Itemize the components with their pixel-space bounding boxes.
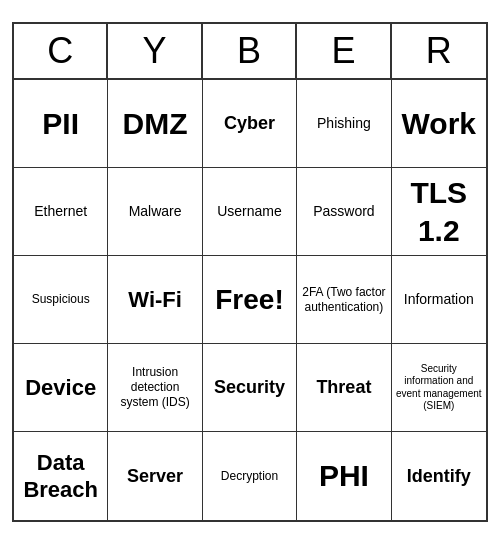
bingo-cell[interactable]: Security information and event managemen… (392, 344, 486, 432)
bingo-cell[interactable]: Ethernet (14, 168, 108, 256)
bingo-cell[interactable]: DMZ (108, 80, 202, 168)
bingo-cell[interactable]: Password (297, 168, 391, 256)
bingo-card: CYBER PIIDMZCyberPhishingWorkEthernetMal… (12, 22, 488, 522)
bingo-cell[interactable]: Suspicious (14, 256, 108, 344)
bingo-cell[interactable]: Phishing (297, 80, 391, 168)
header-letter: C (14, 24, 108, 78)
bingo-cell[interactable]: Free! (203, 256, 297, 344)
bingo-cell[interactable]: Data Breach (14, 432, 108, 520)
bingo-cell[interactable]: Cyber (203, 80, 297, 168)
header-letter: Y (108, 24, 202, 78)
header-letter: R (392, 24, 486, 78)
bingo-cell[interactable]: Wi-Fi (108, 256, 202, 344)
bingo-cell[interactable]: Decryption (203, 432, 297, 520)
bingo-cell[interactable]: TLS1.2 (392, 168, 486, 256)
bingo-cell[interactable]: Malware (108, 168, 202, 256)
bingo-cell[interactable]: 2FA (Two factor authentication) (297, 256, 391, 344)
bingo-cell[interactable]: Information (392, 256, 486, 344)
bingo-header: CYBER (14, 24, 486, 80)
bingo-cell[interactable]: Intrusion detection system (IDS) (108, 344, 202, 432)
bingo-cell[interactable]: PHI (297, 432, 391, 520)
bingo-cell[interactable]: Server (108, 432, 202, 520)
bingo-grid: PIIDMZCyberPhishingWorkEthernetMalwareUs… (14, 80, 486, 520)
header-letter: E (297, 24, 391, 78)
header-letter: B (203, 24, 297, 78)
bingo-cell[interactable]: Security (203, 344, 297, 432)
bingo-cell[interactable]: Device (14, 344, 108, 432)
bingo-cell[interactable]: Work (392, 80, 486, 168)
bingo-cell[interactable]: Username (203, 168, 297, 256)
bingo-cell[interactable]: PII (14, 80, 108, 168)
bingo-cell[interactable]: Threat (297, 344, 391, 432)
bingo-cell[interactable]: Identify (392, 432, 486, 520)
